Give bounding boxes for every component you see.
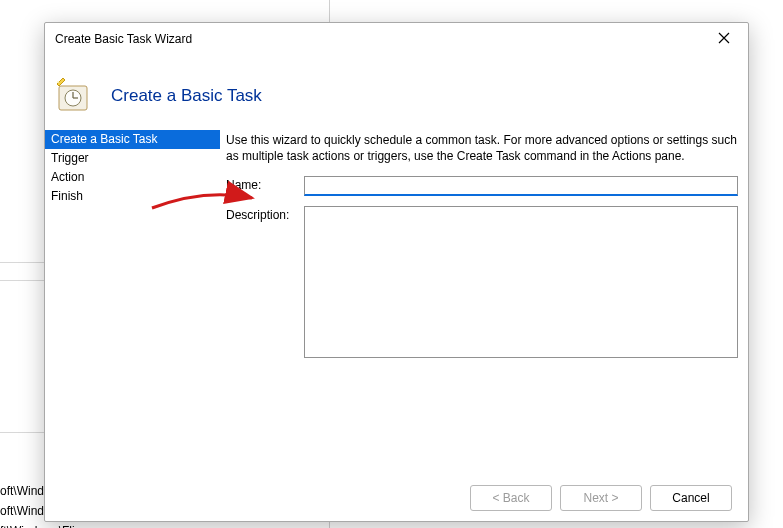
nav-item-action[interactable]: Action [45, 168, 220, 187]
background-tree-item[interactable]: ft\Windows\Fli… [0, 524, 120, 528]
wizard-icon [53, 76, 93, 116]
description-field[interactable] [304, 206, 738, 358]
close-icon [718, 32, 730, 47]
wizard-nav: Create a Basic Task Trigger Action Finis… [45, 130, 220, 474]
next-button: Next > [560, 485, 642, 511]
nav-item-trigger[interactable]: Trigger [45, 149, 220, 168]
nav-item-finish[interactable]: Finish [45, 187, 220, 206]
description-label: Description: [226, 206, 304, 222]
page-heading: Create a Basic Task [111, 86, 262, 106]
wizard-header: Create a Basic Task [45, 55, 748, 130]
wizard-body: Create a Basic Task Trigger Action Finis… [45, 130, 748, 474]
cancel-button[interactable]: Cancel [650, 485, 732, 511]
titlebar: Create Basic Task Wizard [45, 23, 748, 55]
wizard-form: Use this wizard to quickly schedule a co… [220, 130, 748, 474]
close-button[interactable] [704, 25, 744, 53]
wizard-footer: < Back Next > Cancel [45, 474, 748, 522]
svg-point-4 [57, 81, 59, 83]
window-title: Create Basic Task Wizard [55, 32, 704, 46]
name-field[interactable] [304, 176, 738, 196]
nav-item-create-basic-task[interactable]: Create a Basic Task [45, 130, 220, 149]
wizard-dialog: Create Basic Task Wizard Create a Basic … [44, 22, 749, 522]
name-label: Name: [226, 176, 304, 192]
intro-text: Use this wizard to quickly schedule a co… [226, 132, 738, 164]
back-button: < Back [470, 485, 552, 511]
